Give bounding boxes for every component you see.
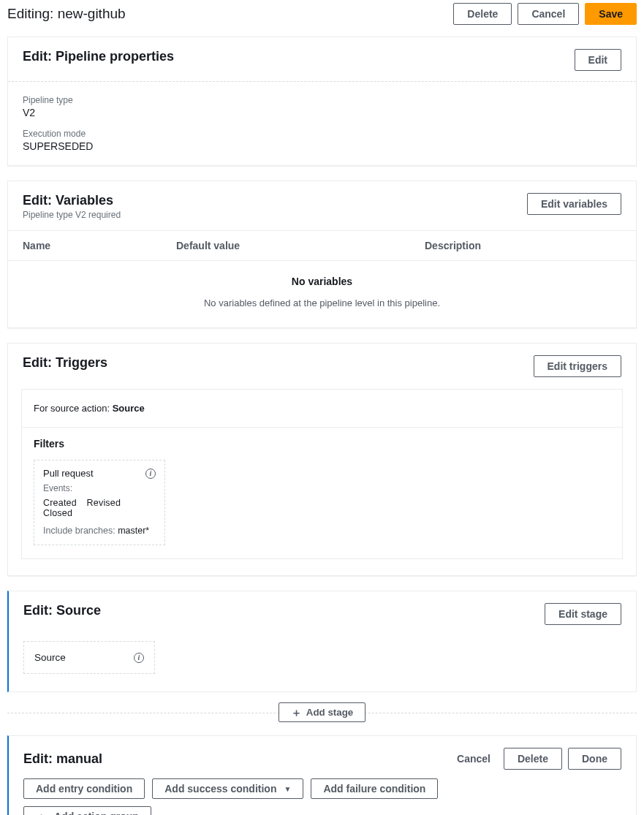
cancel-button[interactable]: Cancel [518,3,579,25]
add-entry-condition-button[interactable]: Add entry condition [23,778,145,799]
source-stage-panel: Edit: Source Edit stage Source i [7,591,637,692]
filter-branches-value: master* [118,526,149,536]
manual-cancel-link[interactable]: Cancel [450,750,498,767]
pipeline-properties-panel: Edit: Pipeline properties Edit Pipeline … [7,37,637,166]
variables-table-header: Name Default value Description [8,230,636,261]
trigger-source-name: Source [113,403,145,414]
plus-icon: ＋ [291,707,302,718]
filter-branches-label: Include branches: [43,526,118,536]
add-action-group-button[interactable]: ＋ Add action group [23,806,151,815]
event-revised: Revised [87,498,121,508]
add-stage-divider: ＋ Add stage [7,702,637,722]
filter-branches: Include branches: master* [43,526,156,536]
filter-type: Pull request [43,468,94,479]
col-default: Default value [176,240,425,251]
add-failure-condition-button[interactable]: Add failure condition [311,778,438,799]
page-header: Editing: new-github Delete Cancel Save [7,0,637,37]
col-description: Description [425,240,621,251]
edit-properties-button[interactable]: Edit [575,49,621,71]
manual-stage-panel: Edit: manual Cancel Delete Done Add entr… [7,735,637,815]
triggers-title: Edit: Triggers [23,355,107,371]
page-title: Editing: new-github [7,6,126,22]
add-stage-button[interactable]: ＋ Add stage [279,702,365,722]
manual-stage-title: Edit: manual [23,751,102,767]
edit-variables-button[interactable]: Edit variables [527,193,621,215]
source-action-card[interactable]: Source i [23,641,155,674]
add-success-condition-button[interactable]: Add success condition ▼ [152,778,303,799]
header-actions: Delete Cancel Save [453,3,637,25]
source-action-name: Source [34,652,66,663]
execution-mode-value: SUPERSEDED [23,140,621,152]
variables-title: Edit: Variables [23,193,121,208]
execution-mode-label: Execution mode [23,129,621,139]
event-closed: Closed [43,508,72,518]
condition-buttons-row: Add entry condition Add success conditio… [9,778,636,806]
filter-card: Pull request i Events: Created Revised C… [34,460,165,545]
pipeline-type-value: V2 [23,107,621,118]
trigger-source-prefix: For source action: [34,403,113,414]
no-variables-title: No variables [8,276,636,287]
col-name: Name [23,240,176,251]
manual-stage-actions: Cancel Delete Done [450,748,621,770]
trigger-source-line: For source action: Source [22,390,622,428]
triggers-panel: Edit: Triggers Edit triggers For source … [7,343,637,576]
source-stage-title: Edit: Source [23,603,101,618]
variables-panel: Edit: Variables Pipeline type V2 require… [7,181,637,328]
info-icon[interactable]: i [145,469,156,479]
delete-button[interactable]: Delete [453,3,512,25]
add-stage-label: Add stage [306,707,353,718]
event-created: Created [43,498,77,508]
edit-triggers-button[interactable]: Edit triggers [534,355,621,377]
manual-delete-button[interactable]: Delete [504,748,562,770]
trigger-container: For source action: Source Filters Pull r… [21,389,623,559]
save-button[interactable]: Save [585,3,637,25]
info-icon[interactable]: i [134,653,144,663]
filters-heading: Filters [34,438,610,450]
caret-down-icon: ▼ [284,785,291,793]
variables-subtitle: Pipeline type V2 required [23,210,121,220]
manual-done-button[interactable]: Done [568,748,621,770]
pipeline-type-label: Pipeline type [23,95,621,105]
properties-title: Edit: Pipeline properties [23,49,174,64]
plus-icon: ＋ [36,811,47,816]
filter-events: Created Revised Closed [43,498,156,518]
variables-empty-state: No variables No variables defined at the… [8,261,636,327]
no-variables-desc: No variables defined at the pipeline lev… [8,297,636,308]
filter-events-label: Events: [43,483,156,493]
edit-source-stage-button[interactable]: Edit stage [545,603,621,625]
